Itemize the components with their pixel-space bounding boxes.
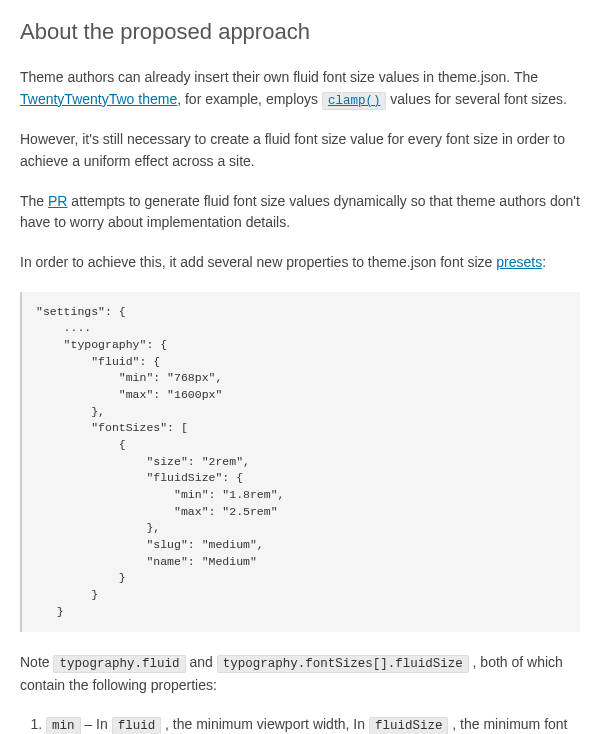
paragraph-note: Note typography.fluid and typography.fon… [20,652,580,696]
text: The [20,193,48,209]
code-clamp[interactable]: clamp() [322,92,387,110]
code-block-settings: "settings": { .... "typography": { "flui… [20,292,580,633]
text: values for several font sizes. [386,91,567,107]
text: , for example, employs [177,91,322,107]
text: In order to achieve this, it add several… [20,254,496,270]
text: Theme authors can already insert their o… [20,69,538,85]
property-list: min – In fluid , the minimum viewport wi… [20,714,580,734]
page-title: About the proposed approach [20,15,580,49]
link-pr[interactable]: PR [48,193,67,209]
text: attempts to generate fluid font size val… [20,193,580,231]
paragraph-pr: The PR attempts to generate fluid font s… [20,191,580,234]
paragraph-however: However, it's still necessary to create … [20,129,580,172]
text: – In [81,716,112,732]
list-item: min – In fluid , the minimum viewport wi… [46,714,580,734]
link-twentytwentytwo[interactable]: TwentyTwentyTwo theme [20,91,177,107]
paragraph-intro: Theme authors can already insert their o… [20,67,580,111]
code-typography-fontsizes-fluidsize: typography.fontSizes[].fluidSize [217,655,469,673]
text: : [542,254,546,270]
text: Note [20,654,53,670]
code-typography-fluid: typography.fluid [53,655,185,673]
text: , the minimum viewport width, In [161,716,369,732]
code-fluid: fluid [112,717,162,734]
code-fluidsize: fluidSize [369,717,449,734]
paragraph-in-order: In order to achieve this, it add several… [20,252,580,274]
code-min: min [46,717,81,734]
text: and [186,654,217,670]
link-presets[interactable]: presets [496,254,542,270]
